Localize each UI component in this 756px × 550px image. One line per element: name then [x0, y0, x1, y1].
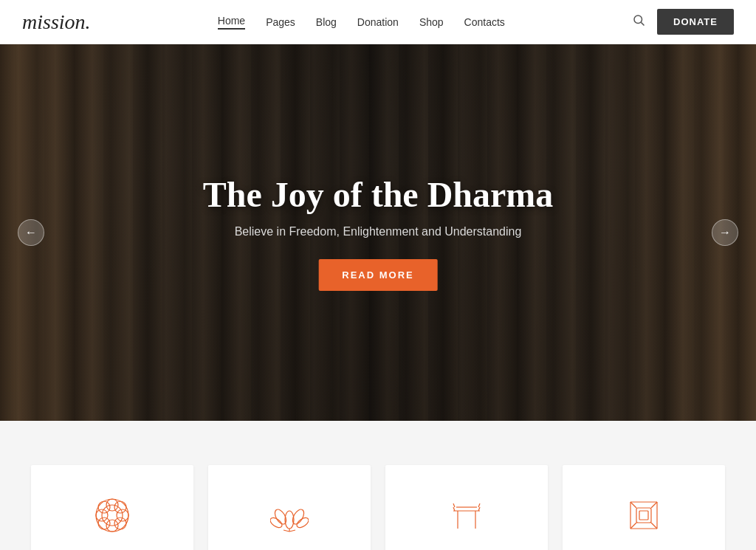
nav-item-shop[interactable]: Shop — [419, 16, 444, 28]
svg-point-14 — [290, 507, 306, 526]
svg-line-25 — [478, 507, 480, 511]
main-nav: Home Pages Blog Donation Shop Contacts — [218, 15, 505, 30]
svg-line-26 — [453, 503, 455, 507]
svg-line-33 — [651, 523, 657, 529]
arrow-right-icon: → — [719, 226, 731, 239]
header-actions: DONATE — [632, 9, 734, 35]
feature-card-meditation: Meditation Sed do eiusm od tempor ... — [385, 465, 548, 550]
nav-item-donation[interactable]: Donation — [357, 16, 399, 28]
svg-line-1 — [641, 22, 644, 25]
svg-rect-28 — [636, 508, 651, 523]
svg-point-15 — [270, 516, 284, 530]
svg-point-9 — [114, 501, 126, 513]
donate-button[interactable]: DONATE — [657, 9, 734, 35]
hero-next-button[interactable]: → — [712, 219, 738, 246]
hero-content: The Joy of the Dharma Believe in Freedom… — [203, 174, 554, 291]
svg-point-16 — [295, 516, 309, 530]
hero-prev-button[interactable]: ← — [18, 219, 44, 246]
worship-icon — [269, 495, 310, 536]
header: mission. Home Pages Blog Donation Shop C… — [0, 0, 756, 44]
meditation-icon — [446, 495, 487, 536]
search-button[interactable] — [632, 13, 645, 30]
hero-section: ← The Joy of the Dharma Believe in Freed… — [0, 44, 756, 421]
svg-point-2 — [96, 499, 128, 532]
nav-item-blog[interactable]: Blog — [316, 16, 337, 28]
svg-point-3 — [102, 505, 123, 526]
mantras-icon — [92, 495, 133, 536]
nav-item-home[interactable]: Home — [218, 15, 245, 30]
svg-rect-29 — [639, 511, 648, 520]
svg-line-18 — [284, 530, 289, 532]
feature-card-mantras: Mantras Sed do eiusm od tempor ... — [31, 465, 193, 550]
svg-line-24 — [453, 507, 455, 511]
svg-line-27 — [478, 503, 480, 507]
arrow-left-icon: ← — [25, 226, 37, 239]
logo[interactable]: mission. — [22, 10, 91, 34]
features-section: Mantras Sed do eiusm od tempor ... Worsh… — [0, 421, 756, 550]
feature-card-zen: Zen Sed do eiusm od tempor ... — [563, 465, 725, 550]
svg-point-8 — [98, 501, 110, 513]
svg-point-11 — [114, 518, 126, 529]
hero-title: The Joy of the Dharma — [203, 174, 554, 215]
svg-line-30 — [630, 502, 636, 508]
feature-card-worship: Worship Sed do eiusm od tempor ... — [208, 465, 371, 550]
svg-line-31 — [651, 502, 657, 508]
svg-point-0 — [634, 16, 642, 24]
svg-point-10 — [98, 518, 110, 529]
zen-icon — [623, 495, 664, 536]
svg-line-19 — [289, 530, 295, 532]
read-more-button[interactable]: READ MORE — [318, 259, 437, 291]
svg-point-13 — [272, 507, 288, 526]
search-icon — [632, 15, 645, 30]
hero-subtitle: Believe in Freedom, Enlightenment and Un… — [203, 225, 554, 238]
nav-item-pages[interactable]: Pages — [266, 16, 295, 28]
svg-line-32 — [630, 523, 636, 529]
nav-item-contacts[interactable]: Contacts — [464, 16, 505, 28]
